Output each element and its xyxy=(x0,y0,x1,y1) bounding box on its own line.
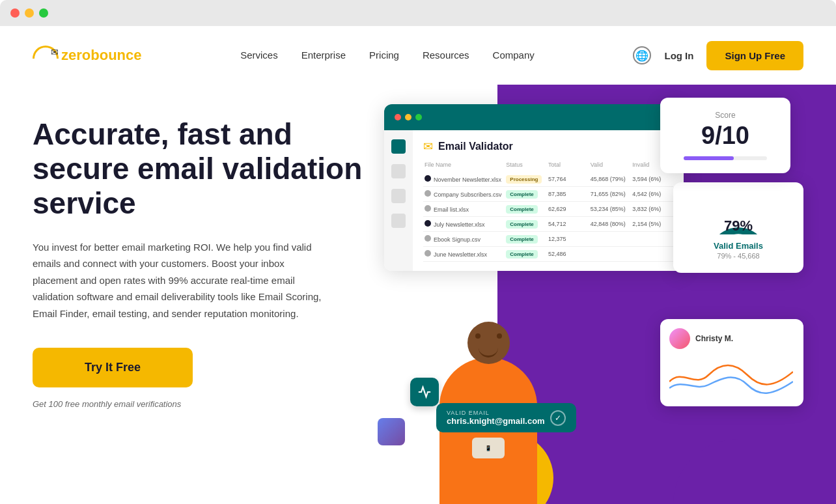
table-row: Email list.xlsx Complete 62,629 53,234 (… xyxy=(423,202,673,217)
ev-main: ✉ Email Validator File Name Status Total… xyxy=(413,130,684,271)
hero-section: Accurate, fast and secure email validati… xyxy=(0,85,836,504)
nav-company[interactable]: Company xyxy=(493,49,535,61)
valid-emails-sub: 79% - 45,668 xyxy=(686,252,790,260)
table-row: November Newsletter.xlsx Processing 57,7… xyxy=(423,172,673,187)
close-button[interactable] xyxy=(10,8,20,18)
window-dot-green xyxy=(415,114,422,120)
score-card: Score 9/10 xyxy=(660,98,790,173)
ev-title: Email Validator xyxy=(438,141,513,152)
card-body: ✉ Email Validator File Name Status Total… xyxy=(384,130,684,271)
browser-chrome xyxy=(0,0,836,26)
nav-enterprise[interactable]: Enterprise xyxy=(301,49,346,61)
wave-avatar: Christy M. xyxy=(669,328,794,349)
card-header xyxy=(384,104,684,130)
window-dot-red xyxy=(395,114,401,120)
logo-text: zerobounce xyxy=(61,47,141,64)
hero-right: Score 9/10 xyxy=(371,104,803,504)
email-validator-card: ✉ Email Validator File Name Status Total… xyxy=(384,104,684,271)
score-bar-fill xyxy=(684,156,734,160)
valid-emails-label: Valid Emails xyxy=(686,241,790,251)
hero-description: You invest for better email marketing RO… xyxy=(33,239,332,322)
purple-wave-decoration xyxy=(673,439,803,504)
login-button[interactable]: Log In xyxy=(664,50,693,61)
table-row: July Newsletter.xlsx Complete 54,712 42,… xyxy=(423,217,673,232)
nav-services[interactable]: Services xyxy=(240,49,278,61)
signup-button[interactable]: Sign Up Free xyxy=(706,41,803,70)
website: ✉ zerobounce Services Enterprise Pricing… xyxy=(0,26,836,504)
table-header: File Name Status Total Valid Invalid xyxy=(423,161,673,168)
globe-icon[interactable]: 🌐 xyxy=(633,46,651,64)
sidebar-icon-1 xyxy=(391,139,406,154)
profile-thumbnail xyxy=(378,418,405,445)
valid-check-icon: ✓ xyxy=(550,410,566,426)
person-head xyxy=(467,322,510,364)
wave-card: Christy M. xyxy=(660,319,803,406)
table-row: Company Subscribers.csv Complete 87,385 … xyxy=(423,187,673,202)
hero-left: Accurate, fast and secure email validati… xyxy=(33,104,371,410)
ev-sidebar xyxy=(384,130,413,271)
sidebar-icon-3 xyxy=(391,189,406,203)
minimize-button[interactable] xyxy=(25,8,34,18)
wave-chart xyxy=(669,356,793,395)
ev-title-row: ✉ Email Validator xyxy=(423,139,673,154)
window-dot-yellow xyxy=(405,114,411,120)
score-bar xyxy=(684,156,767,160)
free-note: Get 100 free monthly email verifications xyxy=(33,399,181,409)
navbar: ✉ zerobounce Services Enterprise Pricing… xyxy=(0,26,836,85)
table-row: Ebook Signup.csv Complete 12,375 xyxy=(423,232,673,247)
valid-email-content: VALID EMAIL chris.knight@gmail.com xyxy=(447,410,545,426)
envelope-icon: ✉ xyxy=(423,139,433,154)
maximize-button[interactable] xyxy=(39,8,48,18)
nav-pricing[interactable]: Pricing xyxy=(369,49,399,61)
logo-icon: ✉ xyxy=(33,46,59,65)
avatar-image xyxy=(669,328,690,349)
try-free-button[interactable]: Try It Free xyxy=(33,348,193,387)
percent-card: 79% Valid Emails 79% - 45,668 xyxy=(673,182,803,273)
score-label: Score xyxy=(673,111,777,120)
nav-right: 🌐 Log In Sign Up Free xyxy=(633,41,803,70)
table-row: June Newsletter.xlsx Complete 52,486 xyxy=(423,247,673,262)
valid-email-tag: VALID EMAIL chris.knight@gmail.com ✓ xyxy=(436,403,576,432)
nav-resources[interactable]: Resources xyxy=(423,49,469,61)
sidebar-icon-4 xyxy=(391,214,406,228)
gauge-container: 79% xyxy=(706,195,771,234)
sidebar-icon-2 xyxy=(391,164,406,178)
score-value: 9/10 xyxy=(673,122,777,150)
logo-plane-icon: ✉ xyxy=(51,47,59,57)
nav-links: Services Enterprise Pricing Resources Co… xyxy=(240,49,535,61)
gauge-text: 79% xyxy=(706,217,771,234)
hero-title: Accurate, fast and secure email validati… xyxy=(33,117,371,221)
person-name: Christy M. xyxy=(695,334,733,343)
logo[interactable]: ✉ zerobounce xyxy=(33,46,141,65)
